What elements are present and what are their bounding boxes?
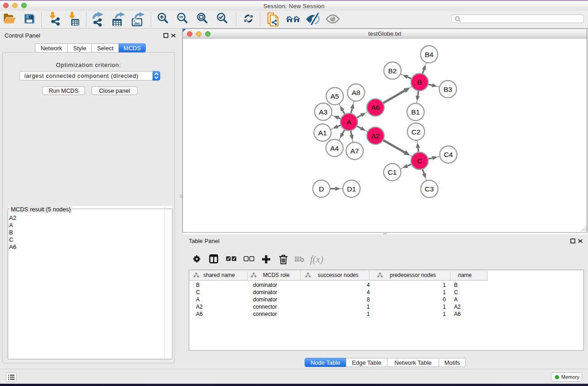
svg-text:C2: C2 — [411, 128, 421, 136]
svg-text:C: C — [417, 157, 422, 165]
svg-text:C3: C3 — [425, 185, 434, 193]
svg-text:B2: B2 — [388, 67, 397, 75]
svg-text:C1: C1 — [388, 168, 397, 176]
svg-text:A: A — [347, 118, 352, 126]
svg-text:D1: D1 — [347, 185, 356, 193]
svg-text:D: D — [319, 185, 324, 193]
svg-text:B4: B4 — [425, 51, 434, 58]
svg-text:A1: A1 — [318, 129, 327, 137]
svg-text:B3: B3 — [444, 86, 452, 93]
svg-text:C4: C4 — [444, 151, 453, 158]
svg-text:A8: A8 — [352, 89, 360, 96]
svg-text:A3: A3 — [319, 108, 328, 116]
svg-text:B1: B1 — [411, 108, 420, 116]
svg-text:A4: A4 — [330, 144, 339, 152]
svg-text:A2: A2 — [371, 132, 380, 140]
svg-text:A6: A6 — [371, 104, 380, 111]
svg-text:A5: A5 — [330, 92, 339, 100]
svg-text:B: B — [417, 78, 422, 86]
svg-text:A7: A7 — [350, 147, 359, 155]
